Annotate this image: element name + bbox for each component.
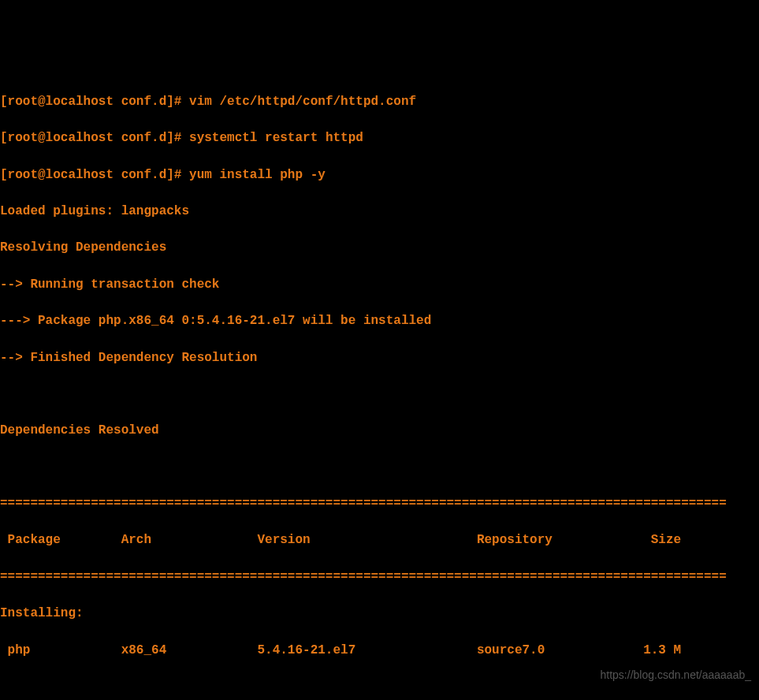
cmd-line-3: [root@localhost conf.d]# yum install php… [0,166,759,184]
output-installing: Installing: [0,605,759,623]
terminal-output[interactable]: [root@localhost conf.d]# vim /etc/httpd/… [0,75,759,700]
command: systemctl restart httpd [189,131,363,145]
separator: ========================================… [0,495,759,513]
blank [0,459,759,477]
table-header: Package Arch Version Repository Size [0,531,759,549]
cmd-line-2: [root@localhost conf.d]# systemctl resta… [0,129,759,147]
output-run-check: --> Running transaction check [0,276,759,294]
output-loaded-plugins: Loaded plugins: langpacks [0,203,759,221]
command: yum install php -y [189,168,326,182]
prompt: [root@localhost conf.d]# [0,95,189,109]
output-deps-resolved: Dependencies Resolved [0,422,759,440]
separator: ========================================… [0,568,759,586]
blank [0,385,759,404]
command: vim /etc/httpd/conf/httpd.conf [189,95,416,109]
watermark-text: https://blog.csdn.net/aaaaaab_ [601,667,751,683]
output-package-line: ---> Package php.x86_64 0:5.4.16-21.el7 … [0,312,759,330]
cmd-line-1: [root@localhost conf.d]# vim /etc/httpd/… [0,93,759,111]
prompt: [root@localhost conf.d]# [0,131,189,145]
output-pkg-row: php x86_64 5.4.16-21.el7 source7.0 1.3 M [0,642,759,660]
prompt: [root@localhost conf.d]# [0,168,189,182]
output-finished-dep: --> Finished Dependency Resolution [0,349,759,367]
output-resolving: Resolving Dependencies [0,239,759,257]
